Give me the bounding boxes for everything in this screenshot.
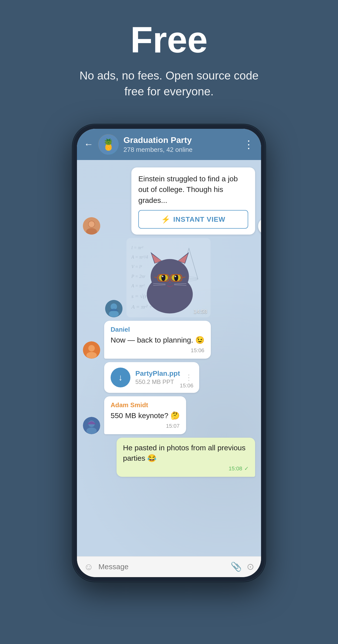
- chat-info: Graduation Party 278 members, 42 online: [123, 135, 238, 154]
- hero-section: Free No ads, no fees. Open source code f…: [0, 0, 338, 114]
- adam-avatar: [83, 417, 100, 434]
- adam-time: 15:07: [166, 423, 180, 429]
- instant-view-text: Einstein struggled to find a job out of …: [138, 174, 248, 206]
- instant-view-row: Einstein struggled to find a job out of …: [83, 168, 255, 235]
- daniel-message-row: Daniel Now — back to planning. 😉 15:06: [83, 321, 211, 359]
- svg-point-22: [174, 274, 178, 281]
- cat-sticker-svg: [126, 238, 211, 317]
- file-sender-spacer: [83, 376, 100, 393]
- daniel-bubble: Daniel Now — back to planning. 😉 15:06: [104, 321, 211, 359]
- file-time-meta: 15:06: [180, 382, 193, 389]
- adam-name: Adam Smidt: [111, 401, 180, 409]
- chat-name: Graduation Party: [123, 135, 238, 145]
- svg-point-5: [89, 221, 94, 227]
- own-bubble: He pasted in photos from all previous pa…: [117, 438, 255, 477]
- instant-view-button-label: INSTANT VIEW: [173, 216, 225, 224]
- chat-header: ← 🍍 Graduation Party 278 members, 42 onl…: [77, 129, 261, 160]
- svg-point-36: [88, 345, 95, 352]
- adam-meta: 15:07: [111, 423, 180, 429]
- chat-avatar: 🍍: [98, 134, 118, 154]
- back-button[interactable]: ←: [84, 139, 93, 150]
- emoji-button[interactable]: ☺: [84, 562, 93, 572]
- download-icon: ↓: [118, 372, 123, 383]
- instant-view-button[interactable]: ⚡ INSTANT VIEW: [138, 210, 248, 228]
- svg-point-14: [151, 259, 189, 294]
- svg-point-24: [175, 276, 176, 277]
- svg-point-40: [86, 428, 97, 434]
- svg-point-8: [109, 310, 119, 317]
- camera-button[interactable]: ⊙: [247, 562, 254, 572]
- file-name: PartyPlan.ppt: [135, 370, 180, 378]
- file-time: 15:06: [180, 382, 193, 389]
- file-info: PartyPlan.ppt 550.2 MB PPT: [135, 370, 180, 386]
- share-button[interactable]: ↗: [258, 218, 261, 234]
- adam-message-row: Adam Smidt 550 MB keynote? 🤔 15:07: [83, 396, 186, 434]
- sticker-image: l = πr² A = πr²/4 V = l³ P = 2πr A = πr²…: [126, 238, 211, 317]
- read-check-icon: ✓: [244, 466, 249, 472]
- hero-title: Free: [130, 20, 208, 60]
- file-download-button[interactable]: ↓: [111, 368, 130, 388]
- file-menu-button[interactable]: ⋮: [185, 373, 193, 382]
- hero-subtitle: No ads, no fees. Open source code free f…: [72, 68, 266, 100]
- daniel-avatar: [83, 341, 100, 359]
- daniel-time: 15:06: [191, 347, 204, 354]
- daniel-name: Daniel: [111, 326, 204, 334]
- daniel-text: Now — back to planning. 😉: [111, 335, 204, 345]
- message-input[interactable]: [98, 562, 226, 571]
- own-text: He pasted in photos from all previous pa…: [123, 443, 249, 464]
- chat-members: 278 members, 42 online: [123, 146, 238, 154]
- svg-point-23: [162, 276, 163, 277]
- sticker-sender-avatar: [105, 300, 122, 317]
- file-size: 550.2 MB PPT: [135, 378, 180, 386]
- svg-text:🍍: 🍍: [102, 138, 115, 151]
- phone-inner: ← 🍍 Graduation Party 278 members, 42 onl…: [77, 129, 261, 577]
- own-meta: 15:08 ✓: [123, 466, 249, 472]
- phone-outer: ← 🍍 Graduation Party 278 members, 42 onl…: [72, 124, 266, 582]
- daniel-meta: 15:06: [111, 347, 204, 354]
- own-message-row: He pasted in photos from all previous pa…: [117, 438, 255, 477]
- own-time: 15:08: [229, 466, 242, 472]
- phone-mockup: ← 🍍 Graduation Party 278 members, 42 onl…: [72, 124, 266, 582]
- file-message-row: ↓ PartyPlan.ppt 550.2 MB PPT ⋮ 15:06: [83, 362, 199, 393]
- lightning-icon: ⚡: [161, 215, 170, 224]
- attach-button[interactable]: 📎: [231, 562, 242, 572]
- message-input-bar: ☺ 📎 ⊙: [77, 556, 261, 577]
- adam-text: 550 MB keynote? 🤔: [111, 410, 180, 421]
- messages-area: Einstein struggled to find a job out of …: [77, 160, 261, 556]
- menu-button[interactable]: ⋮: [243, 138, 254, 150]
- svg-point-37: [86, 352, 97, 358]
- svg-point-21: [161, 274, 166, 281]
- file-bubble: ↓ PartyPlan.ppt 550.2 MB PPT ⋮ 15:06: [104, 362, 199, 393]
- svg-line-11: [189, 248, 198, 279]
- adam-bubble: Adam Smidt 550 MB keynote? 🤔 15:07: [104, 396, 186, 434]
- sender-avatar-iv: [83, 217, 100, 234]
- sticker-message-row: l = πr² A = πr²/4 V = l³ P = 2πr A = πr²…: [105, 238, 255, 317]
- instant-view-bubble: Einstein struggled to find a job out of …: [131, 168, 255, 235]
